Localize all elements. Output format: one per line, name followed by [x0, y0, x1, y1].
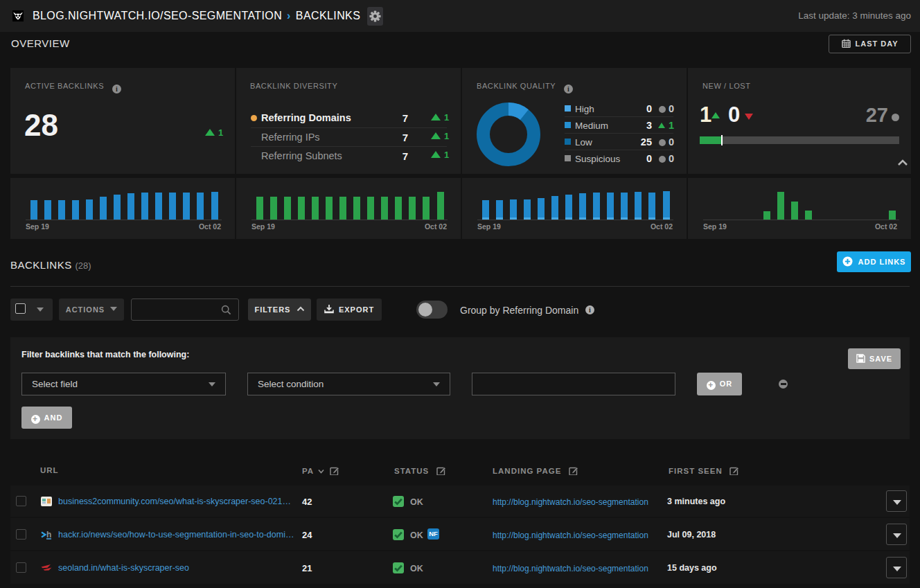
svg-text:h: h — [46, 530, 51, 540]
